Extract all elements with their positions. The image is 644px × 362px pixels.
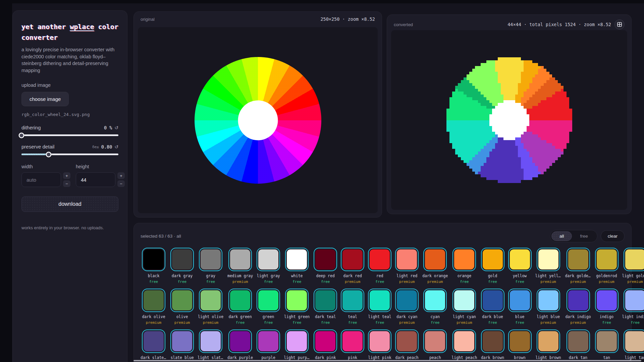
palette-swatch-light-peach[interactable] — [452, 329, 476, 353]
height-decrement-button[interactable]: − — [117, 180, 125, 187]
palette-swatch-light-cyan[interactable] — [452, 289, 476, 312]
dithering-label: dithering — [21, 125, 41, 130]
palette-swatch-white[interactable] — [285, 248, 309, 271]
palette-color-cell: olivepremium — [170, 289, 194, 325]
swatch-name: light tan — [625, 355, 644, 360]
palette-swatch-teal[interactable] — [341, 289, 364, 312]
grid-toggle-button[interactable] — [614, 19, 625, 29]
palette-swatch-orange[interactable] — [452, 248, 476, 271]
converted-image-viewport[interactable] — [391, 30, 627, 210]
palette-swatch-medium-gray[interactable] — [228, 248, 252, 271]
width-label: width — [21, 164, 70, 169]
height-input[interactable] — [76, 172, 115, 187]
palette-swatch-light-red[interactable] — [395, 248, 419, 271]
palette-swatch-dark-pink[interactable] — [314, 329, 337, 353]
width-input[interactable] — [21, 172, 61, 187]
filter-all-button[interactable]: all — [551, 231, 572, 241]
palette-swatch-dark-blue[interactable] — [481, 289, 504, 312]
swatch-color-fill — [230, 249, 250, 269]
palette-swatch-goldenrod[interactable] — [595, 248, 619, 271]
reset-icon[interactable]: ↺ — [114, 125, 118, 130]
palette-color-cell: light pinkfree — [368, 329, 391, 362]
app-title-wplace-link[interactable]: wplace — [70, 23, 94, 31]
palette-swatch-dark-cyan[interactable] — [395, 289, 419, 312]
palette-swatch-dark-orange[interactable] — [423, 248, 447, 271]
palette-swatch-dark-indigo[interactable] — [567, 289, 590, 312]
palette-swatch-light-goldenrod[interactable] — [624, 248, 644, 271]
palette-color-cell: pinkfree — [341, 329, 364, 362]
palette-swatch-pink[interactable] — [341, 329, 364, 353]
palette-color-cell: light tanpremium — [622, 329, 644, 362]
palette-swatch-green[interactable] — [257, 289, 280, 312]
palette-swatch-dark-gray[interactable] — [170, 248, 194, 271]
palette-swatch-tan[interactable] — [595, 329, 619, 353]
dithering-slider-thumb[interactable] — [19, 132, 24, 138]
palette-swatch-dark-olive[interactable] — [142, 289, 165, 312]
palette-swatch-light-brown[interactable] — [537, 329, 560, 353]
palette-swatch-dark-green[interactable] — [228, 289, 252, 312]
palette-swatch-red[interactable] — [368, 248, 391, 271]
palette-swatch-dark-teal[interactable] — [314, 289, 337, 312]
swatch-name: dark olive — [142, 314, 165, 319]
swatch-color-fill — [510, 290, 530, 310]
palette-color-cell: dark redpremium — [341, 248, 364, 284]
download-button[interactable]: download — [21, 196, 118, 212]
swatch-tier-label: free — [375, 320, 384, 325]
palette-swatch-cyan[interactable] — [423, 289, 447, 312]
swatch-tier-label: free — [515, 280, 524, 284]
width-increment-button[interactable]: + — [63, 172, 70, 179]
palette-swatch-light-slate-blue[interactable] — [199, 329, 222, 353]
palette-swatch-dark-slate-blue[interactable] — [142, 329, 165, 353]
palette-swatch-peach[interactable] — [423, 329, 447, 353]
palette-swatch-gray[interactable] — [199, 248, 222, 271]
privacy-note: works entirely in your browser. no uploa… — [21, 225, 118, 230]
preserve-detail-slider-group: preserve detail δe≤ 0.80 ↺ — [21, 144, 118, 155]
palette-color-cell: tanpremium — [595, 329, 619, 362]
choose-image-button[interactable]: choose image — [21, 92, 69, 106]
palette-swatch-brown[interactable] — [508, 329, 532, 353]
palette-swatch-light-teal[interactable] — [368, 289, 391, 312]
palette-swatch-dark-goldenrod[interactable] — [567, 248, 590, 271]
palette-swatch-black[interactable] — [142, 248, 165, 271]
swatch-name: dark purple — [227, 355, 253, 360]
palette-swatch-light-blue[interactable] — [537, 289, 560, 312]
palette-swatch-light-pink[interactable] — [368, 329, 391, 353]
palette-swatch-indigo[interactable] — [595, 289, 619, 312]
palette-swatch-deep-red[interactable] — [314, 248, 337, 271]
swatch-tier-label: free — [178, 280, 187, 284]
swatch-color-fill — [287, 331, 307, 351]
palette-swatch-purple[interactable] — [257, 329, 280, 353]
height-increment-button[interactable]: + — [117, 172, 125, 179]
reset-icon[interactable]: ↺ — [114, 144, 118, 149]
palette-color-cell: dark bluefree — [481, 289, 504, 325]
palette-swatch-light-yellow[interactable] — [537, 248, 560, 271]
original-image-viewport[interactable] — [138, 27, 378, 213]
palette-swatch-yellow[interactable] — [508, 248, 532, 271]
palette-swatch-light-olive[interactable] — [199, 289, 222, 312]
palette-swatch-dark-red[interactable] — [341, 248, 364, 271]
preserve-detail-slider[interactable] — [21, 154, 118, 155]
palette-swatch-dark-brown[interactable] — [481, 329, 504, 353]
dithering-slider[interactable] — [21, 134, 118, 136]
palette-swatch-light-purple[interactable] — [285, 329, 309, 353]
swatch-name: tan — [603, 355, 610, 360]
palette-swatch-blue[interactable] — [508, 289, 532, 312]
clear-selection-button[interactable]: clear — [601, 230, 625, 242]
swatch-name: medium gray — [227, 274, 253, 278]
width-decrement-button[interactable]: − — [63, 180, 70, 187]
horizontal-scrollbar[interactable] — [133, 360, 641, 361]
swatch-name: dark brown — [481, 355, 504, 360]
palette-swatch-light-indigo[interactable] — [624, 289, 644, 312]
palette-swatch-gold[interactable] — [481, 248, 504, 271]
swatch-tier-label: premium — [570, 320, 586, 325]
palette-swatch-dark-purple[interactable] — [228, 329, 252, 353]
filter-free-button[interactable]: free — [572, 231, 596, 241]
preserve-detail-slider-thumb[interactable] — [46, 152, 51, 157]
palette-swatch-light-green[interactable] — [285, 289, 309, 312]
palette-swatch-slate-blue[interactable] — [170, 329, 194, 353]
palette-swatch-dark-peach[interactable] — [395, 329, 419, 353]
palette-swatch-olive[interactable] — [170, 289, 194, 312]
palette-swatch-light-tan[interactable] — [624, 329, 644, 353]
palette-swatch-dark-tan[interactable] — [567, 329, 590, 353]
palette-swatch-light-gray[interactable] — [257, 248, 280, 271]
